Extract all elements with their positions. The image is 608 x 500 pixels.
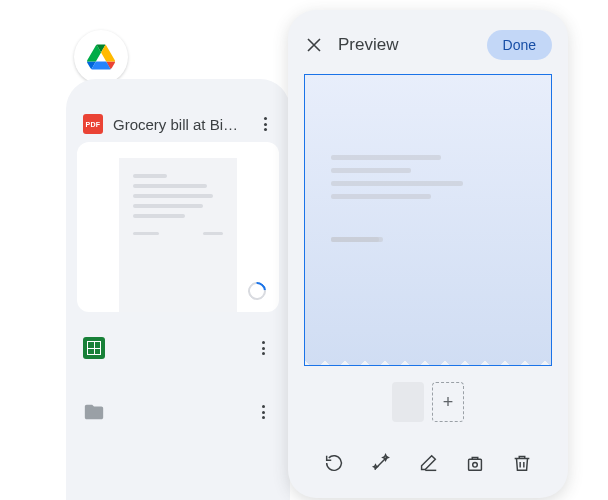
scan-crop-frame[interactable] — [304, 74, 552, 366]
page-thumbnail[interactable] — [392, 382, 424, 422]
file-more-button[interactable] — [255, 114, 275, 134]
auto-enhance-button[interactable] — [364, 446, 398, 480]
retake-button[interactable] — [317, 446, 351, 480]
erase-button[interactable] — [411, 446, 445, 480]
file-more-button[interactable] — [253, 338, 273, 358]
delete-button[interactable] — [505, 446, 539, 480]
scan-preview-panel: Preview Done + — [288, 10, 568, 498]
folder-icon — [83, 401, 105, 423]
file-more-button[interactable] — [253, 402, 273, 422]
file-title: Grocery bill at Bi… — [113, 116, 245, 133]
drive-file-list: PDF Grocery bill at Bi… — [66, 79, 290, 500]
file-thumbnail — [77, 142, 279, 312]
preview-title: Preview — [338, 35, 398, 55]
done-button[interactable]: Done — [487, 30, 552, 60]
close-button[interactable] — [304, 35, 324, 55]
google-drive-logo — [74, 30, 128, 84]
add-page-button[interactable]: + — [432, 382, 464, 422]
rotate-button[interactable] — [458, 446, 492, 480]
file-tile-pdf[interactable]: PDF Grocery bill at Bi… — [77, 110, 279, 312]
svg-rect-0 — [469, 459, 482, 470]
scan-toolbar — [304, 434, 552, 498]
file-title-placeholder — [119, 407, 247, 418]
file-title-placeholder — [119, 343, 247, 354]
file-row-folder[interactable] — [77, 401, 279, 423]
file-row-sheet[interactable] — [77, 337, 279, 359]
svg-point-1 — [473, 463, 478, 468]
loading-spinner-icon — [244, 278, 269, 303]
google-sheets-icon — [83, 337, 105, 359]
pdf-icon: PDF — [83, 114, 103, 134]
